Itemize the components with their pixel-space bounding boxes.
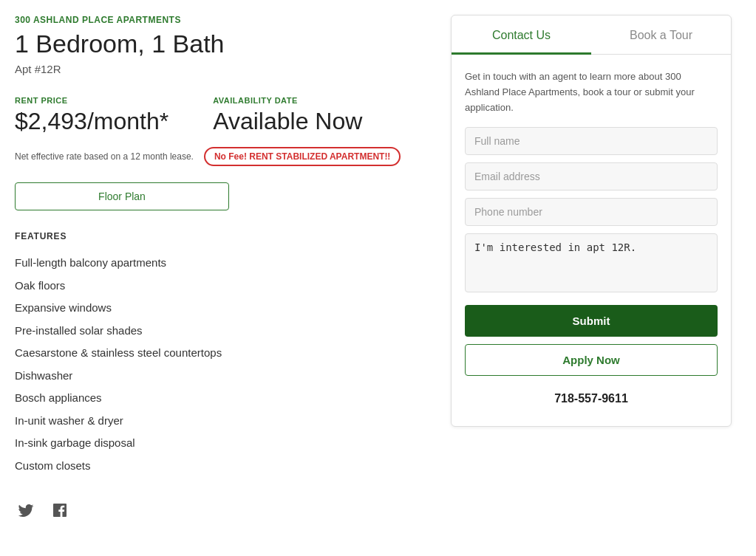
phone-number: 718-557-9611	[465, 388, 718, 411]
list-item: In-unit washer & dryer	[15, 410, 429, 433]
list-item: Full-length balcony apartments	[15, 252, 429, 275]
no-fee-badge: No Fee! RENT STABILIZED APARTMENT!!	[204, 147, 401, 166]
rent-value: $2,493/month*	[15, 108, 168, 135]
tabs: Contact Us Book a Tour	[452, 16, 731, 55]
list-item: Oak floors	[15, 275, 429, 298]
list-item: Custom closets	[15, 455, 429, 478]
right-panel: Contact Us Book a Tour Get in touch with…	[451, 15, 732, 427]
tab-contact-us[interactable]: Contact Us	[452, 16, 591, 55]
rent-label: RENT PRICE	[15, 96, 168, 105]
intro-text: Get in touch with an agent to learn more…	[465, 69, 718, 115]
floor-plan-button[interactable]: Floor Plan	[15, 182, 229, 210]
tab-content: Get in touch with an agent to learn more…	[452, 55, 731, 426]
tab-book-a-tour[interactable]: Book a Tour	[591, 16, 731, 55]
availability-block: AVAILABILITY DATE Available Now	[213, 96, 362, 135]
full-name-input[interactable]	[465, 127, 718, 155]
availability-value: Available Now	[213, 108, 362, 135]
message-textarea[interactable]	[465, 233, 718, 292]
list-item: In-sink garbage disposal	[15, 432, 429, 455]
rent-block: RENT PRICE $2,493/month*	[15, 96, 168, 135]
building-name: 300 ASHLAND PLACE APARTMENTS	[15, 15, 429, 25]
list-item: Pre-installed solar shades	[15, 320, 429, 343]
submit-button[interactable]: Submit	[465, 305, 718, 337]
left-panel: 300 ASHLAND PLACE APARTMENTS 1 Bedroom, …	[15, 15, 429, 521]
social-icons	[15, 499, 429, 521]
apt-number: Apt #12R	[15, 63, 429, 75]
pricing-row: RENT PRICE $2,493/month* AVAILABILITY DA…	[15, 96, 429, 135]
facebook-icon[interactable]	[49, 499, 71, 521]
list-item: Expansive windows	[15, 297, 429, 320]
phone-input[interactable]	[465, 198, 718, 226]
list-item: Bosch appliances	[15, 387, 429, 410]
disclaimer-row: Net effective rate based on a 12 month l…	[15, 147, 429, 166]
list-item: Caesarstone & stainless steel countertop…	[15, 342, 429, 365]
features-label: FEATURES	[15, 231, 429, 241]
list-item: Dishwasher	[15, 365, 429, 388]
apply-now-button[interactable]: Apply Now	[465, 344, 718, 376]
disclaimer-text: Net effective rate based on a 12 month l…	[15, 151, 194, 163]
email-input[interactable]	[465, 162, 718, 191]
features-list: Full-length balcony apartmentsOak floors…	[15, 252, 429, 477]
availability-label: AVAILABILITY DATE	[213, 96, 362, 105]
twitter-icon[interactable]	[15, 499, 37, 521]
apt-title: 1 Bedroom, 1 Bath	[15, 30, 429, 58]
